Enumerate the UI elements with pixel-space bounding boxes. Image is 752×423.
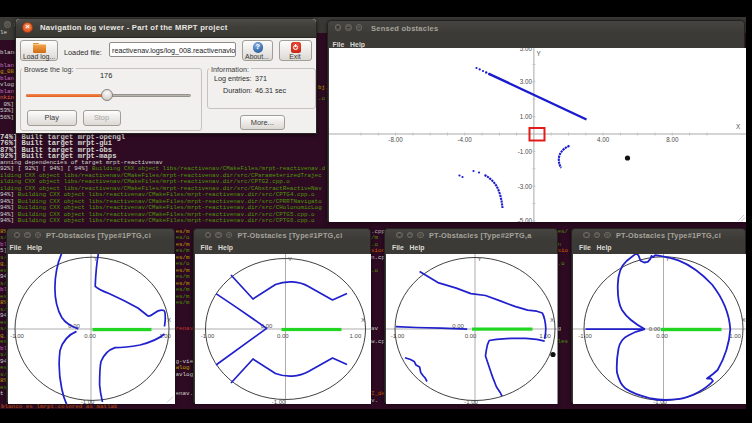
svg-text:0.00: 0.00 [656, 332, 668, 338]
svg-text:Y: Y [288, 256, 292, 262]
svg-text:8.00: 8.00 [666, 136, 679, 143]
svg-text:-1.00: -1.00 [391, 332, 405, 338]
svg-text:-1.00: -1.00 [10, 332, 24, 338]
svg-text:-1.00: -1.00 [271, 398, 285, 404]
svg-text:-3.00: -3.00 [517, 182, 532, 189]
svg-text:0.00: 0.00 [649, 326, 661, 332]
svg-text:1.00: 1.00 [159, 332, 171, 338]
svg-text:1.00: 1.00 [729, 332, 741, 338]
svg-text:5.00: 5.00 [519, 48, 532, 52]
svg-text:-1.00: -1.00 [578, 332, 592, 338]
svg-text:-1.00: -1.00 [200, 332, 214, 338]
svg-text:-8.00: -8.00 [388, 136, 403, 143]
svg-text:-5.00: -5.00 [517, 217, 532, 223]
svg-text:Y: Y [478, 256, 482, 262]
svg-text:X: X [167, 317, 171, 323]
svg-text:3.00: 3.00 [519, 78, 532, 85]
svg-text:0.00: 0.00 [452, 322, 464, 328]
svg-text:0.00: 0.00 [84, 332, 96, 338]
svg-text:-1.00: -1.00 [81, 399, 95, 404]
svg-text:X: X [550, 317, 554, 323]
svg-text:4.00: 4.00 [596, 136, 609, 143]
svg-text:1.00: 1.00 [519, 113, 532, 120]
svg-text:0.00: 0.00 [465, 332, 477, 338]
svg-text:-1.00: -1.00 [464, 399, 478, 404]
svg-text:0.00: 0.00 [276, 332, 288, 338]
svg-text:-4.00: -4.00 [457, 136, 472, 143]
svg-text:-1.00: -1.00 [517, 148, 532, 155]
svg-text:X: X [361, 317, 365, 323]
svg-text:1.00: 1.00 [349, 332, 361, 338]
